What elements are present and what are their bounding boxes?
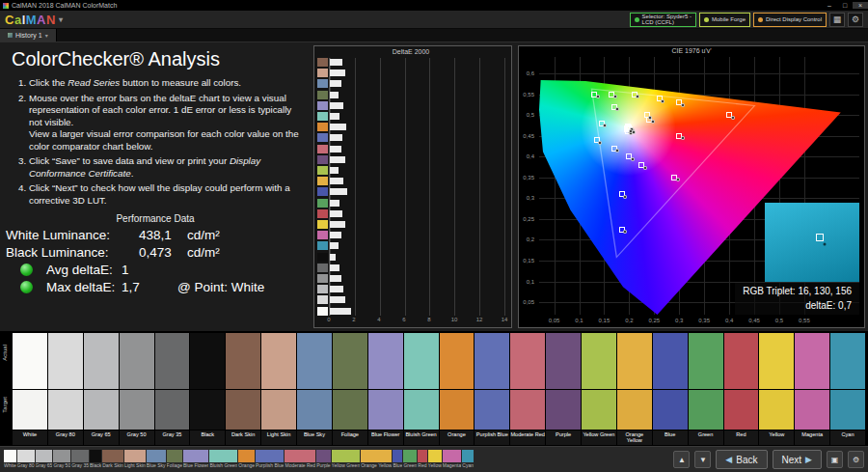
scroll-down-button[interactable]: ▼ [694,451,711,468]
mini-patch: Bluish Green [209,450,237,469]
target-swatch [13,390,47,430]
deltae-bar[interactable] [330,221,345,228]
deltae-bar[interactable] [330,113,339,120]
mini-patch-swatch [393,450,402,462]
cie-ytick: 0,6 [527,70,534,76]
mini-patch: Orange [238,450,255,469]
patch-label: Dark Skin [226,430,260,445]
deltae-bar[interactable] [330,92,339,98]
cie-ytick: 0,35 [523,175,534,180]
tab-icon [8,33,13,38]
deltae-xtick: 10 [451,317,458,322]
deltae-chart-panel: DeltaE 2000 02468101214 [311,42,515,331]
deltae-bar[interactable] [330,134,342,141]
back-button[interactable]: ◀ Back [716,450,767,469]
status-button[interactable]: Direct Display Control [753,13,827,27]
actual-swatch [155,333,190,389]
deltae-bar[interactable] [330,296,345,303]
settings-gear-icon[interactable]: ⚙ [848,13,863,27]
deltae-bar[interactable] [330,254,336,261]
deltae-bar[interactable] [330,124,346,130]
settings-button[interactable]: ⚙ [848,451,864,468]
actual-swatch [759,333,794,389]
deltae-bar[interactable] [330,102,343,109]
mini-patch: Orange Yellow [361,450,392,469]
deltae-bar[interactable] [330,156,345,163]
deltae-bar[interactable] [330,80,341,87]
deltae-bar[interactable] [330,167,339,174]
cie-measured-dot [643,166,647,170]
deltae-bar[interactable] [330,178,343,184]
chevron-down-icon[interactable]: ▾ [59,15,64,24]
mini-patch: Dark Skin [102,450,123,469]
status-indicator-dot [635,17,639,22]
deltae-color-swatch [317,274,328,283]
cie-measured-dot [661,99,665,103]
deltae-color-swatch [317,69,328,77]
deltae-bar[interactable] [330,286,343,292]
deltae-color-swatch [317,264,328,272]
inset-target-square [816,234,824,241]
mini-patch-swatch [102,450,123,462]
actual-swatch [368,333,403,389]
patch-label: Blue [653,430,688,445]
target-swatch [795,390,829,430]
actual-swatch [226,333,260,389]
deltae-bar[interactable] [330,264,339,271]
mini-patch-label: Cyan [462,462,474,469]
target-swatch [475,390,509,430]
deltae-bar[interactable] [330,146,341,153]
comparator-patch: Gray 35 [155,333,190,445]
deltae-bar-row [330,101,504,110]
mini-patch: Purplish Blue [256,450,284,469]
close-button[interactable]: × [853,2,868,9]
gear-icon: ⚙ [853,456,859,464]
deltae-bar[interactable] [330,59,342,66]
tab-history-1[interactable]: History 1 ▾ [0,29,57,42]
deltae-bar[interactable] [330,200,339,207]
actual-swatch [689,333,723,389]
next-button[interactable]: Next ▶ [773,450,822,469]
comparator-patch: Green [689,333,723,445]
pattern-window-icon[interactable]: ▦ [829,13,845,27]
minimize-button[interactable]: – [822,2,837,9]
mini-patch: Cyan [462,450,474,469]
bottom-toolbar: WhiteGray 80Gray 65Gray 50Gray 35BlackDa… [0,446,868,472]
cie-xtick: 0,45 [748,318,760,323]
mini-patch-label: Bluish Green [209,462,237,469]
maximize-button[interactable]: □ [837,2,853,9]
calman-logo[interactable]: CalMAN ▾ [5,13,63,27]
deltae-bar[interactable] [330,69,345,76]
deltae-bar-row [330,112,504,121]
deltae-bar-row [330,253,504,262]
scroll-up-button[interactable]: ▲ [673,451,690,468]
target-swatch [582,390,616,430]
status-button[interactable]: Selector: Spyder5 -LCD (CCFL) [630,13,696,27]
target-swatch [84,390,119,430]
deltae-bar[interactable] [330,275,341,282]
deltae-bar[interactable] [330,308,351,315]
mini-patch-label: Yellow [428,462,442,469]
status-button[interactable]: Mobile Forge [699,13,750,27]
cie-measured-dot [681,136,685,140]
save-button[interactable]: ▣ [827,451,843,468]
actual-swatch [333,333,367,389]
comparator-patch: Yellow Green [582,333,616,445]
patch-label: Gray 65 [84,430,119,445]
logo-letter: a [14,13,22,27]
comparator-patch: Orange Yellow [617,333,652,445]
chevron-down-icon[interactable]: ▾ [45,32,48,39]
deltae-bar[interactable] [330,188,347,195]
mini-patch-label: White [4,462,16,469]
mini-patch: Purple [316,450,330,469]
deltae-bar[interactable] [330,210,342,217]
status-button-label: Mobile Forge [712,16,746,22]
actual-row-label: Actual [2,345,8,361]
deltae-bar[interactable] [330,242,339,249]
deltae-bar[interactable] [330,232,341,238]
deltae-bar-row [330,285,504,293]
mini-patch-swatch [238,450,255,462]
mini-patch-label: Green [403,462,417,469]
deltae-bar-row [330,209,504,218]
mini-patch-label: Yellow Green [332,462,361,469]
